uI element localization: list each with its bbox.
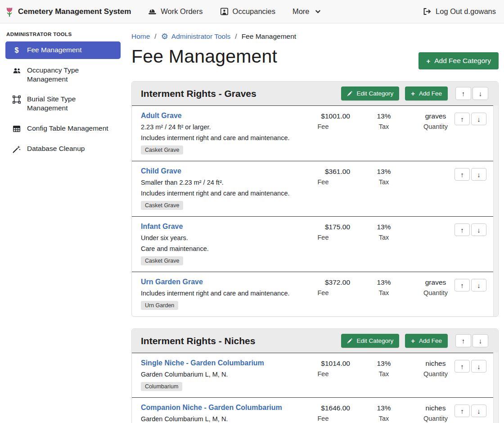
sidebar-item-fee-management[interactable]: $ Fee Management: [5, 41, 121, 59]
add-fee-category-button[interactable]: + Add Fee Category: [418, 52, 499, 69]
category-title: Interment Rights - Graves: [141, 88, 335, 99]
fee-tag: Casket Grave: [141, 201, 183, 210]
primary-nav: Work Orders Occupancies More: [148, 7, 322, 16]
fee-move-down-button[interactable]: ↓: [471, 405, 486, 417]
category-move-down-button[interactable]: ↓: [472, 87, 488, 100]
nav-item-occupancies[interactable]: Occupancies: [220, 7, 275, 16]
logout-label: Log Out d.gowans: [436, 7, 496, 16]
table-icon: [12, 124, 21, 133]
fee-move-up-button[interactable]: ↑: [454, 279, 470, 291]
arrow-up-icon: ↑: [462, 337, 465, 345]
breadcrumb-home-link[interactable]: Home: [131, 32, 150, 41]
fee-description: Includes interment right and care and ma…: [141, 190, 292, 197]
sidebar-item-config-table-management[interactable]: Config Table Management: [5, 120, 121, 137]
fee-move-down-button[interactable]: ↓: [471, 168, 486, 181]
sidebar-item-burial-site-type-management[interactable]: Burial Site Type Management: [5, 91, 121, 117]
arrow-up-icon: ↑: [462, 90, 465, 97]
quantity-value: graves: [418, 278, 454, 287]
sidebar-item-label: Database Cleanup: [27, 144, 85, 153]
arrow-up-icon: ↑: [460, 282, 464, 289]
fee-move-up-button[interactable]: ↑: [454, 168, 470, 181]
fee-name-link[interactable]: Urn Garden Grave: [141, 278, 203, 286]
pencil-icon: [347, 338, 352, 344]
fee-row: Companion Niche - Garden Columbarium Gar…: [132, 397, 498, 423]
tax-value: 13%: [350, 223, 418, 231]
tax-value: 13%: [350, 112, 418, 120]
fee-row: Infant Grave Under six years. Care and m…: [132, 216, 498, 272]
edit-category-button[interactable]: Edit Category: [341, 334, 399, 348]
tax-value: 13%: [350, 359, 418, 368]
fee-description: Includes interment right and care and ma…: [141, 134, 292, 141]
add-fee-button[interactable]: + Add Fee: [405, 86, 448, 100]
category-fee-list: Adult Grave 2.23 m² / 24 ft² or larger. …: [132, 105, 498, 316]
quantity-value: niches: [418, 404, 454, 412]
quantity-value: niches: [418, 359, 454, 368]
sidebar-item-database-cleanup[interactable]: Database Cleanup: [5, 140, 121, 158]
card-scrollbar[interactable]: [493, 105, 498, 316]
category-header: Interment Rights - Niches Edit Category …: [132, 329, 498, 353]
fee-amount-label: Fee: [296, 123, 350, 130]
tax-label: Tax: [350, 123, 418, 130]
fee-description: Includes interment right and care and ma…: [141, 290, 292, 297]
sidebar-item-label: Fee Management: [27, 45, 82, 55]
fee-tag: Urn Garden: [141, 301, 178, 310]
tax-label: Tax: [350, 289, 418, 296]
arrow-down-icon: ↓: [477, 115, 481, 123]
tax-label: Tax: [350, 415, 418, 422]
fee-description: Garden Columbarium L, M, N.: [141, 415, 292, 423]
fee-category-card: Interment Rights - Niches Edit Category …: [131, 328, 499, 423]
fee-amount: $175.00: [296, 223, 350, 231]
quantity-label: Quantity: [418, 289, 454, 296]
fee-name-link[interactable]: Companion Niche - Garden Columbarium: [141, 404, 282, 411]
nav-item-more[interactable]: More: [292, 7, 322, 16]
occupant-frame-icon: [220, 7, 229, 16]
category-title: Interment Rights - Niches: [141, 336, 335, 346]
fee-move-up-button[interactable]: ↑: [454, 223, 470, 236]
arrow-up-icon: ↑: [460, 363, 464, 370]
fee-name-link[interactable]: Child Grave: [141, 167, 181, 175]
sidebar-item-label: Occupancy Type Management: [27, 66, 116, 84]
nav-item-work-orders[interactable]: Work Orders: [148, 7, 202, 16]
fee-name-link[interactable]: Adult Grave: [141, 112, 182, 119]
page-title: Fee Management: [131, 46, 277, 67]
arrow-up-icon: ↑: [460, 115, 464, 123]
arrow-down-icon: ↓: [477, 363, 481, 370]
logout-link[interactable]: Log Out d.gowans: [423, 7, 496, 16]
fee-amount-label: Fee: [296, 415, 350, 422]
add-fee-button[interactable]: + Add Fee: [405, 334, 448, 348]
fee-amount-label: Fee: [296, 234, 350, 241]
category-move-up-button[interactable]: ↑: [455, 334, 471, 347]
fee-move-down-button[interactable]: ↓: [471, 279, 486, 291]
hard-hat-icon: [148, 7, 157, 16]
edit-category-button[interactable]: Edit Category: [341, 86, 399, 100]
tax-label: Tax: [350, 178, 418, 186]
plus-icon: +: [426, 58, 430, 64]
fee-move-down-button[interactable]: ↓: [471, 113, 486, 125]
fee-move-down-button[interactable]: ↓: [471, 360, 486, 373]
pencil-icon: [347, 91, 352, 96]
fee-move-down-button[interactable]: ↓: [471, 223, 486, 236]
fee-move-up-button[interactable]: ↑: [454, 113, 470, 125]
fee-description: Under six years.: [141, 234, 292, 241]
fee-amount-label: Fee: [296, 178, 350, 186]
sidebar-item-label: Config Table Management: [27, 124, 108, 133]
breadcrumb-home-label: Home: [131, 32, 150, 41]
vector-square-icon: [12, 95, 21, 104]
fee-move-up-button[interactable]: ↑: [454, 360, 470, 373]
admin-sidebar: ADMINISTRATOR TOOLS $ Fee Management Occ…: [0, 23, 126, 423]
gear-icon: ⚙: [161, 32, 168, 41]
fee-name-link[interactable]: Single Niche - Garden Columbarium: [141, 359, 264, 367]
breadcrumb-admin-tools-link[interactable]: ⚙ Administrator Tools: [161, 32, 231, 41]
category-move-down-button[interactable]: ↓: [472, 334, 488, 347]
fee-category-card: Interment Rights - Graves Edit Category …: [131, 81, 499, 317]
arrow-down-icon: ↓: [477, 407, 481, 415]
card-scrollbar[interactable]: [493, 353, 498, 423]
quantity-label: Quantity: [418, 370, 454, 378]
quantity-label: Quantity: [418, 415, 454, 422]
fee-move-up-button[interactable]: ↑: [454, 405, 470, 417]
sidebar-item-occupancy-type-management[interactable]: Occupancy Type Management: [5, 62, 121, 88]
fee-name-link[interactable]: Infant Grave: [141, 223, 183, 230]
main-content: Home / ⚙ Administrator Tools / Fee Manag…: [131, 23, 499, 423]
fee-tag: Columbarium: [141, 382, 182, 391]
category-move-up-button[interactable]: ↑: [455, 87, 471, 100]
